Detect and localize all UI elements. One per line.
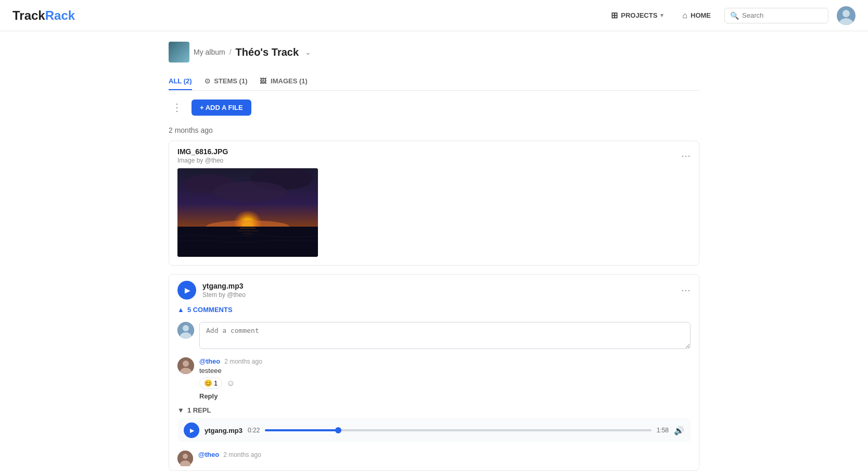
image-file-card: IMG_6816.JPG Image by @theo ⋯ xyxy=(169,141,699,266)
add-file-label: + ADD A FILE xyxy=(200,104,243,111)
reply-filename: ytgang.mp3 xyxy=(205,427,242,434)
search-icon: 🔍 xyxy=(730,11,739,20)
svg-point-1 xyxy=(843,10,850,17)
reaction-emoji: 😊 xyxy=(204,379,212,387)
audio-file-info: ytgang.mp3 Stem by @theo xyxy=(202,282,246,298)
comment-avatar xyxy=(177,357,194,374)
reply-chevron-icon: ▼ xyxy=(177,406,184,414)
comments-toggle-button[interactable]: ▲ 5 COMMENTS xyxy=(169,304,241,318)
comment-input-row xyxy=(169,318,699,353)
breadcrumb-track: Théo's Track xyxy=(236,46,299,58)
reply-toggle-button[interactable]: ▼ 1 REPL xyxy=(177,406,211,414)
comments-label: 5 COMMENTS xyxy=(187,306,233,314)
comment-body: @theo 2 months ago testeee 😊 1 ☺ Reply xyxy=(199,357,691,400)
comment-reactions: 😊 1 ☺ xyxy=(199,378,691,389)
comment-item: @theo 2 months ago testeee 😊 1 ☺ Reply xyxy=(169,353,699,404)
volume-icon[interactable]: 🔊 xyxy=(674,426,684,435)
tab-stems[interactable]: ⊙ STEMS (1) xyxy=(205,73,248,90)
comment-time-2: 2 months ago xyxy=(223,451,261,458)
comment-username-2: @theo xyxy=(198,451,219,458)
projects-button[interactable]: ⊞ PROJECTS ▾ xyxy=(606,7,669,23)
reply-play-button[interactable]: ▶ xyxy=(184,422,199,438)
audio-file-card: ▶ ytgang.mp3 Stem by @theo ⋯ ▲ 5 COMMENT… xyxy=(169,274,699,471)
player-total-time: 1:58 xyxy=(657,427,669,434)
comment-body-2: @theo 2 months ago xyxy=(198,451,691,466)
tab-all[interactable]: ALL (2) xyxy=(169,73,192,90)
progress-fill xyxy=(265,429,338,431)
reply-player: ▶ ytgang.mp3 0:22 1:58 🔊 xyxy=(177,418,691,442)
projects-label: PROJECTS xyxy=(621,11,657,19)
logo-track: Track xyxy=(12,8,45,22)
reply-section: ▼ 1 REPL ▶ ytgang.mp3 0:22 1:58 🔊 xyxy=(169,404,699,446)
current-user-avatar xyxy=(177,322,194,339)
audio-file-menu-button[interactable]: ⋯ xyxy=(681,284,691,296)
images-icon: 🖼 xyxy=(260,77,266,85)
audio-file-name: ytgang.mp3 xyxy=(202,282,246,290)
projects-chevron-icon: ▾ xyxy=(660,12,663,19)
sunset-image xyxy=(177,168,318,257)
svg-point-19 xyxy=(183,360,189,367)
scroll-area: My album / Théo's Track ⌄ ALL (2) ⊙ STEM… xyxy=(0,31,868,473)
svg-point-22 xyxy=(183,454,188,459)
reaction-button[interactable]: 😊 1 xyxy=(199,378,222,389)
stems-icon: ⊙ xyxy=(205,77,210,85)
comment-item-2: @theo 2 months ago xyxy=(169,446,699,470)
tab-all-label: ALL (2) xyxy=(169,77,192,85)
tab-images-label: IMAGES (1) xyxy=(271,77,308,85)
header: TrackRack ⊞ PROJECTS ▾ ⌂ HOME 🔍 xyxy=(0,0,868,31)
audio-file-card-header: ▶ ytgang.mp3 Stem by @theo ⋯ xyxy=(169,275,699,304)
comments-chevron-icon: ▲ xyxy=(177,306,184,314)
more-options-button[interactable]: ⋮ xyxy=(169,99,185,116)
image-file-name: IMG_6816.JPG xyxy=(177,147,228,156)
toolbar: ⋮ + ADD A FILE xyxy=(169,99,699,116)
album-thumbnail xyxy=(169,42,189,63)
comment-avatar-2 xyxy=(177,451,193,466)
audio-play-button[interactable]: ▶ xyxy=(177,281,196,300)
comment-meta: @theo 2 months ago xyxy=(199,357,691,365)
image-area xyxy=(169,168,699,265)
svg-point-16 xyxy=(183,325,189,331)
progress-bar[interactable] xyxy=(265,429,651,431)
svg-point-6 xyxy=(214,181,287,202)
audio-file-subtitle: Stem by @theo xyxy=(202,291,246,298)
comment-input[interactable] xyxy=(199,322,691,349)
tabs: ALL (2) ⊙ STEMS (1) 🖼 IMAGES (1) xyxy=(169,73,699,91)
play-icon: ▶ xyxy=(185,286,190,294)
header-right: ⊞ PROJECTS ▾ ⌂ HOME 🔍 xyxy=(606,6,856,25)
home-label: HOME xyxy=(691,11,711,19)
logo-rack: Rack xyxy=(45,8,75,22)
image-file-subtitle: Image by @theo xyxy=(177,157,228,164)
reply-count-label: 1 REPL xyxy=(187,406,211,414)
player-current-time: 0:22 xyxy=(248,427,260,434)
avatar[interactable] xyxy=(837,6,856,25)
comment-text: testeee xyxy=(199,367,691,375)
reaction-count: 1 xyxy=(214,379,218,387)
date-group-heading: 2 months ago xyxy=(169,126,699,134)
breadcrumb: My album / Théo's Track ⌄ xyxy=(169,42,699,63)
logo[interactable]: TrackRack xyxy=(12,8,75,23)
tab-stems-label: STEMS (1) xyxy=(214,77,247,85)
progress-dot xyxy=(335,427,341,433)
image-file-info: IMG_6816.JPG Image by @theo xyxy=(177,147,228,164)
comment-meta-2: @theo 2 months ago xyxy=(198,451,691,458)
reply-play-icon: ▶ xyxy=(190,427,194,434)
home-icon: ⌂ xyxy=(682,11,687,20)
breadcrumb-album[interactable]: My album xyxy=(194,48,225,56)
add-reaction-button[interactable]: ☺ xyxy=(226,379,235,388)
comment-time: 2 months ago xyxy=(224,358,262,365)
tab-images[interactable]: 🖼 IMAGES (1) xyxy=(260,73,307,90)
reply-button[interactable]: Reply xyxy=(199,392,218,400)
search-box: 🔍 xyxy=(724,8,828,23)
audio-file-info-row: ▶ ytgang.mp3 Stem by @theo xyxy=(177,281,246,300)
add-file-button[interactable]: + ADD A FILE xyxy=(192,99,251,116)
image-file-card-header: IMG_6816.JPG Image by @theo ⋯ xyxy=(169,141,699,168)
main: My album / Théo's Track ⌄ ALL (2) ⊙ STEM… xyxy=(148,31,720,473)
breadcrumb-chevron-icon[interactable]: ⌄ xyxy=(305,48,311,56)
comment-username[interactable]: @theo xyxy=(199,357,220,365)
home-button[interactable]: ⌂ HOME xyxy=(677,8,716,23)
breadcrumb-separator: / xyxy=(229,48,232,56)
image-file-menu-button[interactable]: ⋯ xyxy=(681,150,691,161)
search-input[interactable] xyxy=(742,11,823,19)
projects-icon: ⊞ xyxy=(611,10,618,20)
